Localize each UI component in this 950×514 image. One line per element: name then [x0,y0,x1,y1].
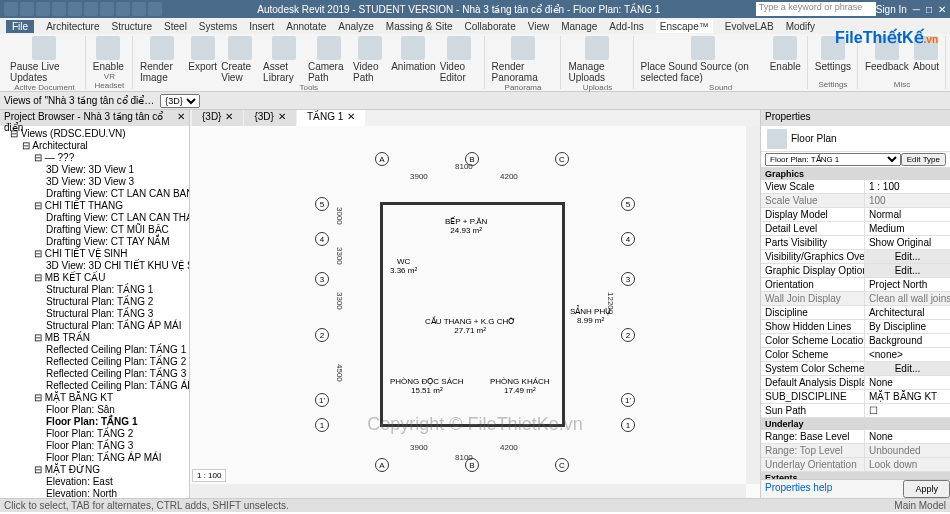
property-row[interactable]: View Scale1 : 100 [761,180,950,194]
tree-node[interactable]: Floor Plan: TẦNG 2 [2,428,187,440]
tree-node[interactable]: Elevation: North [2,488,187,498]
menu-item[interactable]: Manage [561,21,597,32]
place-sound-button[interactable]: Place Sound Source (on selected face) [641,36,766,83]
camera-path-button[interactable]: Camera Path [308,36,349,83]
property-row[interactable]: Parts VisibilityShow Original [761,236,950,250]
menu-item[interactable]: Analyze [338,21,374,32]
edit-type-button[interactable]: Edit Type [901,153,946,166]
tree-node[interactable]: ⊟ MB TRẦN [2,332,187,344]
render-image-button[interactable]: Render Image [140,36,184,83]
tree-node[interactable]: 3D View: 3D View 1 [2,164,187,176]
menu-item[interactable]: Annotate [286,21,326,32]
tree-node[interactable]: ⊟ Views (RDSC.EDU.VN) [2,128,187,140]
properties-grid[interactable]: GraphicsView Scale1 : 100Scale Value100D… [761,168,950,479]
qat-icon[interactable] [4,2,18,16]
menu-item[interactable]: Steel [164,21,187,32]
tree-node[interactable]: Reflected Ceiling Plan: TẦNG ÁP MÁI [2,380,187,392]
close-icon[interactable]: ✕ [278,111,286,125]
tree-node[interactable]: Elevation: East [2,476,187,488]
property-row[interactable]: Color Scheme LocationBackground [761,334,950,348]
doc-tab-active[interactable]: TẦNG 1✕ [297,110,365,126]
property-row[interactable]: Default Analysis Display...None [761,376,950,390]
property-category[interactable]: Underlay [761,418,950,430]
video-path-button[interactable]: Video Path [353,36,387,83]
enable-sound-button[interactable]: Enable [770,36,801,72]
close-icon[interactable]: ✕ [938,4,946,15]
viewport[interactable]: A B C A B C 1 1' 2 3 4 5 1 1' 2 3 4 5 39… [190,126,760,498]
export-button[interactable]: Export [188,36,217,72]
menu-item[interactable]: Insert [249,21,274,32]
search-input[interactable]: Type a keyword or phrase [756,2,876,16]
close-icon[interactable]: ✕ [225,111,233,125]
qat-icon[interactable] [100,2,114,16]
tree-node[interactable]: ⊟ MẶT ĐỨNG [2,464,187,476]
tree-node[interactable]: Drafting View: CT LAN CAN BAN CÔNG [2,188,187,200]
tree-node[interactable]: 3D View: 3D View 3 [2,176,187,188]
menu-item[interactable]: Add-Ins [609,21,643,32]
property-row[interactable]: Sun Path☐ [761,404,950,418]
tree-node[interactable]: ⊟ CHI TIẾT VỆ SINH [2,248,187,260]
tree-node[interactable]: Structural Plan: TẦNG 1 [2,284,187,296]
tree-node[interactable]: Drafting View: CT TAY NẮM [2,236,187,248]
tree-node[interactable]: ⊟ MẶT BẰNG KT [2,392,187,404]
tree-node[interactable]: ⊟ CHI TIẾT THANG [2,200,187,212]
render-panorama-button[interactable]: Render Panorama [492,36,555,83]
tree-node[interactable]: Structural Plan: TẦNG 2 [2,296,187,308]
qat-icon[interactable] [148,2,162,16]
tree-node[interactable]: Drafting View: CT MŨI BẬC [2,224,187,236]
tree-node[interactable]: Structural Plan: TẦNG ÁP MÁI [2,320,187,332]
tree-node[interactable]: Floor Plan: TẦNG 1 [2,416,187,428]
doc-tab[interactable]: {3D}✕ [244,110,295,126]
view-select[interactable]: {3D} [160,94,200,108]
tree-node[interactable]: ⊟ Architectural [2,140,187,152]
enable-vr-button[interactable]: Enable [93,36,124,72]
property-row[interactable]: Color Scheme<none> [761,348,950,362]
manage-uploads-button[interactable]: Manage Uploads [568,36,626,83]
signin-link[interactable]: Sign In [876,4,907,15]
tree-node[interactable]: Floor Plan: Sân [2,404,187,416]
tree-node[interactable]: ⊟ — ??? [2,152,187,164]
menu-item[interactable]: Massing & Site [386,21,453,32]
close-icon[interactable]: ✕ [347,111,355,125]
property-row[interactable]: OrientationProject North [761,278,950,292]
property-category[interactable]: Graphics [761,168,950,180]
property-row[interactable]: Range: Base LevelNone [761,430,950,444]
property-row[interactable]: Underlay OrientationLook down [761,458,950,472]
tree-node[interactable]: Drafting View: CT LAN CAN THANG [2,212,187,224]
property-row[interactable]: Scale Value100 [761,194,950,208]
property-row[interactable]: Detail LevelMedium [761,222,950,236]
property-row[interactable]: Display ModelNormal [761,208,950,222]
tree-node[interactable]: Floor Plan: TẦNG 3 [2,440,187,452]
property-row[interactable]: Wall Join DisplayClean all wall joins [761,292,950,306]
tree-node[interactable]: Reflected Ceiling Plan: TẦNG 2 [2,356,187,368]
horizontal-scrollbar[interactable] [190,484,746,498]
qat-icon[interactable] [68,2,82,16]
vertical-scrollbar[interactable] [746,126,760,484]
menu-item[interactable]: Architecture [46,21,99,32]
qat-icon[interactable] [132,2,146,16]
property-row[interactable]: Graphic Display OptionsEdit... [761,264,950,278]
property-row[interactable]: Visibility/Graphics Over...Edit... [761,250,950,264]
menu-item[interactable]: EvolveLAB [725,21,774,32]
doc-tab[interactable]: {3D}✕ [192,110,243,126]
menu-item[interactable]: Modify [786,21,815,32]
tree-node[interactable]: Reflected Ceiling Plan: TẦNG 1 [2,344,187,356]
tree-node[interactable]: Reflected Ceiling Plan: TẦNG 3 [2,368,187,380]
menu-item[interactable]: View [528,21,550,32]
maximize-icon[interactable]: □ [926,4,932,15]
project-tree[interactable]: ⊟ Views (RDSC.EDU.VN)⊟ Architectural⊟ — … [0,126,189,498]
tree-node[interactable]: Floor Plan: TẦNG ÁP MÁI [2,452,187,464]
pause-updates-button[interactable]: Pause Live Updates [10,36,79,83]
menu-file[interactable]: File [6,20,34,33]
apply-button[interactable]: Apply [903,480,950,498]
menu-item[interactable]: Collaborate [465,21,516,32]
property-row[interactable]: DisciplineArchitectural [761,306,950,320]
qat-icon[interactable] [116,2,130,16]
type-selector[interactable]: Floor Plan [761,126,950,152]
instance-select[interactable]: Floor Plan: TẦNG 1 [765,153,901,166]
close-icon[interactable]: ✕ [177,111,185,125]
tree-node[interactable]: Structural Plan: TẦNG 3 [2,308,187,320]
tree-node[interactable]: ⊟ MB KẾT CẤU [2,272,187,284]
menu-item[interactable]: Structure [111,21,152,32]
property-row[interactable]: SUB_DISCIPLINEMẶT BẰNG KT [761,390,950,404]
